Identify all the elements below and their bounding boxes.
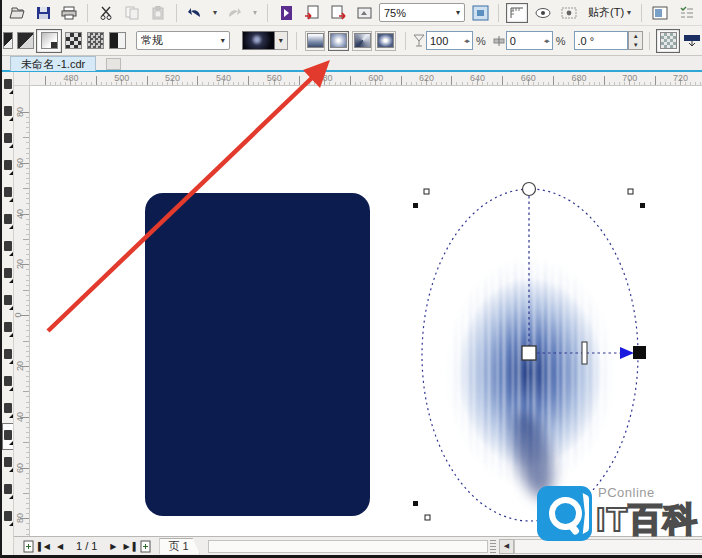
transparency-preset-value: 常规 <box>141 33 163 48</box>
transparency-preset-select[interactable]: 常规 ▾ <box>136 31 230 50</box>
h-ruler-label: 500 <box>114 73 129 83</box>
v-ruler-label: 80 <box>15 513 25 523</box>
outline-tool-icon[interactable] <box>2 477 14 504</box>
ellipse-tool-icon[interactable] <box>2 261 14 288</box>
connector-tool-icon[interactable] <box>2 396 14 423</box>
transparency-swatch[interactable] <box>242 31 275 50</box>
h-ruler-label: 640 <box>470 73 485 83</box>
no-transparency-icon[interactable] <box>106 31 128 51</box>
show-rulers-icon[interactable] <box>506 3 528 23</box>
h-ruler-label: 660 <box>521 73 536 83</box>
add-page-after-icon[interactable] <box>137 539 153 554</box>
h-ruler-label: 540 <box>216 73 231 83</box>
watermark-title: IT百科 <box>596 497 698 543</box>
chevron-down-icon: ▾ <box>221 36 225 45</box>
dimension-tool-icon[interactable] <box>2 369 14 396</box>
view-manager-icon[interactable] <box>532 3 554 23</box>
snap-to-dropdown[interactable]: 贴齐(T) ▾ <box>588 5 634 20</box>
options-dialog-icon[interactable] <box>649 3 671 23</box>
paste-icon[interactable] <box>147 3 169 23</box>
options-list-icon[interactable] <box>675 3 697 23</box>
v-ruler-label: 60 <box>15 463 25 473</box>
watermark: PConline IT百科 <box>535 483 702 545</box>
copy-transparency-properties-icon[interactable] <box>680 31 702 51</box>
fountain-transparency-icon[interactable] <box>36 29 62 53</box>
conical-fountain-transparency-button[interactable] <box>352 31 373 51</box>
zoom-tool-icon[interactable] <box>2 153 14 180</box>
freehand-tool-icon[interactable] <box>2 180 14 207</box>
save-icon[interactable] <box>32 3 54 23</box>
v-ruler-label: 20 <box>15 361 25 371</box>
texture-transparency-icon[interactable] <box>84 31 106 51</box>
pattern-transparency-icon[interactable] <box>62 31 84 51</box>
zoom-level-select[interactable]: 75% ▾ <box>379 3 465 22</box>
text-tool-icon[interactable] <box>2 315 14 342</box>
coreldraw-window: ▾ ▾ 75% ▾ <box>0 0 702 558</box>
h-ruler-label: 600 <box>368 73 383 83</box>
undo-dropdown-icon[interactable]: ▾ <box>210 8 220 17</box>
copy-icon[interactable] <box>121 3 143 23</box>
pick-tool-icon[interactable] <box>2 72 14 99</box>
spin-arrows-icon[interactable]: ◂▸ <box>464 37 469 45</box>
application-launcher-icon[interactable] <box>275 3 297 23</box>
view-navigator-icon[interactable] <box>558 3 580 23</box>
v-ruler-label: 40 <box>15 412 25 422</box>
document-tab[interactable]: 未命名 -1.cdr <box>10 56 96 71</box>
horizontal-ruler[interactable]: 480500520540560580600620640660680700720 <box>30 72 702 86</box>
fill-tool-icon[interactable] <box>2 504 14 531</box>
interactive-transparency-tool-icon[interactable] <box>2 423 14 450</box>
print-icon[interactable] <box>58 3 80 23</box>
page-tab[interactable]: 页 1 <box>159 538 199 554</box>
spin-up-icon[interactable]: ▲ <box>629 32 642 41</box>
new-tab-button[interactable] <box>106 58 121 70</box>
add-page-before-icon[interactable] <box>20 539 36 554</box>
ruler-origin-corner[interactable] <box>14 72 30 86</box>
transparency-ellipse[interactable] <box>422 190 638 522</box>
crop-tool-icon[interactable] <box>2 126 14 153</box>
spin-down-icon[interactable]: ▼ <box>629 41 642 50</box>
uniform-transparency-icon[interactable] <box>14 31 36 51</box>
radial-fountain-transparency-button[interactable] <box>328 31 349 51</box>
welcome-screen-icon[interactable] <box>353 3 375 23</box>
import-icon[interactable] <box>301 3 323 23</box>
table-tool-icon[interactable] <box>2 342 14 369</box>
chevron-down-icon[interactable]: ▾ <box>275 31 288 50</box>
redo-dropdown-icon[interactable]: ▾ <box>250 8 260 17</box>
page-tab-label: 页 1 <box>168 539 188 554</box>
first-page-button[interactable]: ▌◀ <box>36 539 52 554</box>
undo-icon[interactable] <box>184 3 206 23</box>
angle-spinner[interactable]: ▲▼ <box>628 31 643 50</box>
navy-rounded-rectangle[interactable] <box>145 193 370 516</box>
rectangle-tool-icon[interactable] <box>2 234 14 261</box>
magnifier-icon <box>549 497 582 530</box>
square-fountain-transparency-button[interactable] <box>375 31 396 51</box>
scrollbar-splitter[interactable] <box>490 540 496 553</box>
spin-arrows-icon[interactable]: ◂▸ <box>544 37 549 45</box>
export-icon[interactable] <box>327 3 349 23</box>
cut-icon[interactable] <box>95 3 117 23</box>
freeze-transparency-icon[interactable] <box>656 29 680 53</box>
toolbar-separator <box>87 4 88 22</box>
transparency-picker[interactable]: ▾ <box>242 31 288 50</box>
redo-icon[interactable] <box>224 3 246 23</box>
page-tabs-area <box>208 540 488 553</box>
scroll-left-button[interactable]: ◀ <box>499 539 514 554</box>
transparency-angle-field[interactable]: .0 ° <box>574 31 629 50</box>
last-page-button[interactable]: ▶▐ <box>121 539 137 554</box>
starting-transparency-field[interactable]: 100 ◂▸ <box>426 31 473 50</box>
transparency-midpoint-field[interactable]: 0 ◂▸ <box>506 31 553 50</box>
vertical-ruler[interactable]: 80604020020406080 <box>14 86 30 555</box>
shape-tool-icon[interactable] <box>2 99 14 126</box>
next-page-button[interactable]: ▶ <box>105 539 121 554</box>
edit-fill-icon[interactable] <box>2 31 14 51</box>
smart-fill-tool-icon[interactable] <box>2 207 14 234</box>
full-screen-preview-icon[interactable] <box>469 3 491 23</box>
polygon-tool-icon[interactable] <box>2 288 14 315</box>
v-ruler-label: 40 <box>15 209 25 219</box>
linear-fountain-transparency-button[interactable] <box>305 31 326 51</box>
transparency-midpoint-icon <box>492 31 506 51</box>
eyedropper-tool-icon[interactable] <box>2 450 14 477</box>
chevron-down-icon: ▾ <box>456 8 460 17</box>
previous-page-button[interactable]: ◀ <box>52 539 68 554</box>
open-document-icon[interactable] <box>6 3 28 23</box>
